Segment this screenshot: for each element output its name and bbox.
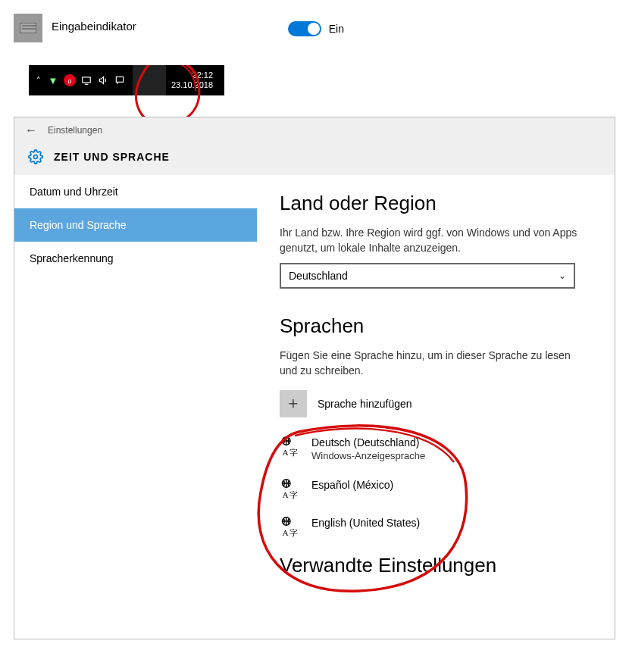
add-language-button[interactable]: + Sprache hinzufügen [280, 390, 592, 417]
svg-rect-2 [116, 77, 123, 82]
taskbar: ˄ ▼ a 22:12 23.10.2018 [29, 65, 224, 95]
nav-item-region-language[interactable]: Region und Sprache [14, 208, 257, 242]
gear-icon [28, 149, 43, 164]
language-name: Deutsch (Deutschland) [311, 436, 425, 449]
plus-icon: + [280, 390, 307, 417]
input-indicator-toggle[interactable] [288, 21, 321, 36]
clock[interactable]: 22:12 23.10.2018 [168, 70, 213, 90]
add-language-label: Sprache hinzufügen [318, 398, 412, 410]
svg-text:A: A [283, 490, 289, 499]
region-description: Ihr Land bzw. Ihre Region wird ggf. von … [280, 226, 590, 255]
svg-marker-1 [99, 77, 103, 83]
region-title: Land oder Region [280, 192, 592, 215]
country-selected: Deutschland [289, 270, 348, 282]
language-name: English (United States) [311, 516, 420, 530]
back-arrow-icon[interactable]: ← [25, 123, 37, 137]
action-center-tray-icon[interactable] [114, 74, 126, 86]
nav-item-date-time[interactable]: Datum und Uhrzeit [14, 175, 257, 208]
language-glyph-icon: A 字 [280, 436, 301, 457]
chevron-down-icon: ⌄ [559, 270, 566, 281]
svg-text:字: 字 [289, 449, 298, 458]
languages-description: Fügen Sie eine Sprache hinzu, um in dies… [280, 349, 590, 378]
country-dropdown[interactable]: Deutschland ⌄ [280, 263, 575, 289]
svg-text:A: A [283, 528, 289, 537]
input-indicator-label: Eingabeindikator [52, 14, 136, 33]
svg-text:字: 字 [289, 528, 298, 537]
network-tray-icon[interactable] [80, 74, 92, 86]
settings-content: Land oder Region Ihr Land bzw. Ihre Regi… [257, 175, 615, 639]
related-settings-title: Verwandte Einstellungen [280, 554, 592, 577]
languages-title: Sprachen [280, 314, 592, 338]
svg-text:A: A [283, 449, 289, 458]
settings-nav: Datum und Uhrzeit Region und Sprache Spr… [14, 175, 257, 639]
language-item-english[interactable]: A 字 English (United States) [280, 516, 592, 537]
svg-rect-0 [83, 77, 91, 83]
svg-text:字: 字 [289, 490, 298, 499]
toggle-state-label: Ein [329, 23, 344, 35]
avira-tray-icon[interactable]: a [64, 74, 76, 86]
settings-app-title: Einstellungen [48, 125, 102, 136]
clock-time: 22:12 [171, 70, 213, 80]
volume-tray-icon[interactable] [97, 74, 109, 86]
settings-section-header: ZEIT UND SPRACHE [54, 151, 170, 163]
svg-point-3 [34, 155, 38, 159]
language-item-spanish[interactable]: A 字 Español (México) [280, 478, 592, 499]
keyboard-icon [14, 14, 42, 42]
nav-item-speech[interactable]: Spracherkennung [14, 242, 257, 275]
clock-date: 23.10.2018 [171, 80, 213, 90]
language-indicator-missing-area[interactable] [133, 65, 166, 95]
windows-defender-tray-icon[interactable]: ▼ [47, 74, 59, 86]
language-subtitle: Windows-Anzeigesprache [311, 450, 425, 461]
language-name: Español (México) [311, 478, 393, 492]
language-item-german[interactable]: A 字 Deutsch (Deutschland) Windows-Anzeig… [280, 436, 592, 461]
tray-overflow-chevron-icon[interactable]: ˄ [36, 76, 41, 86]
language-glyph-icon: A 字 [280, 478, 301, 499]
settings-window: ← Einstellungen ZEIT UND SPRACHE Datum u… [14, 117, 615, 639]
language-glyph-icon: A 字 [280, 516, 301, 537]
